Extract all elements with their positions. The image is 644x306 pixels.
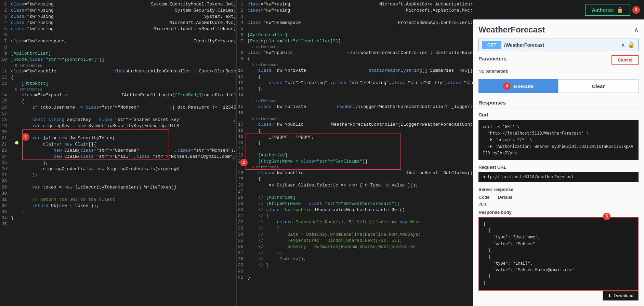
cancel-button[interactable]: Cancel (612, 55, 639, 65)
endpoint-row: GET /WeatherForecast ∧ 🔒 (478, 39, 639, 51)
line-code: _logger = logger; (248, 134, 473, 140)
line-code: // return Enumerable.Range(1, 5).Select(… (248, 219, 473, 225)
line-number: 36 (237, 244, 248, 250)
code-line: 8 class="kw">public class WeatherForecas… (237, 50, 473, 56)
execute-button[interactable]: 4 Execute (478, 79, 558, 93)
badge-3: 3 (632, 6, 640, 14)
code-line: 34 // Date = DateOnly.FromDateTime(DateT… (237, 232, 473, 238)
line-code: class="str">"Freezing" (248, 80, 330, 86)
authorize-button[interactable]: Authorize 🔓 (585, 4, 630, 16)
line-code: const string secretKey = class="str">"Sh… (11, 117, 234, 123)
badge-4: 4 (503, 82, 511, 90)
line-code: => Ok(User.Claims.Select(c => new { c.Ty… (248, 182, 473, 189)
line-code: // Date = DateOnly.FromDateTime(DateTime… (248, 232, 473, 238)
code-line: 35 // TemperatureC = Random.Shared.Next(… (237, 238, 473, 244)
responses-title: Responses (478, 100, 639, 108)
line-code: { (248, 128, 473, 134)
line-code: class="kw">private (248, 68, 369, 74)
line-code: [HttpGet(Name = class="str">"GetClaims")… (248, 158, 473, 165)
download-button[interactable]: ⬇ Download (603, 291, 639, 301)
line-code: { (248, 176, 473, 182)
code-line: 18 const string secretKey = class="str">… (0, 117, 236, 123)
chevron-up-icon[interactable]: ∧ (621, 42, 625, 48)
line-number: 17 (237, 122, 248, 128)
code-line: 3 (237, 14, 473, 20)
line-number: 26 (237, 182, 248, 189)
line-code: claims: new Claim[]{ (11, 141, 236, 148)
ref-label: 0 references (0, 87, 236, 92)
line-code: // class="kw">public IEnumerable<Weather… (248, 207, 473, 213)
line-number: 34 (0, 215, 11, 221)
line-number: 22 (237, 152, 248, 158)
code-line: 23 new Claim(class="str">"Username",clas… (0, 148, 236, 154)
line-code (248, 189, 473, 195)
code-line: 2 class="kw">using System.Security.Claim… (0, 8, 236, 14)
swagger-title: WeatherForecast (478, 25, 545, 34)
line-number: 18 (0, 117, 11, 123)
line-number: 41 (237, 275, 248, 281)
download-row: ⬇ Download (473, 298, 644, 306)
line-number: 28 (0, 178, 11, 184)
code-line: 11 class="kw">public class Authenticatio… (0, 68, 236, 74)
line-code: class="kw">using (248, 8, 406, 14)
line-code: class="kw">public (248, 122, 331, 128)
execute-clear-row: 4 Execute Clear (478, 79, 639, 93)
curl-label: Curl (478, 112, 639, 117)
collapse-icon[interactable]: ∧ (634, 26, 639, 33)
code-line: 41 } (237, 275, 473, 281)
warning-dot (15, 141, 18, 144)
swagger-title-row: WeatherForecast ∧ (478, 25, 639, 34)
line-number: 27 (237, 189, 248, 195)
line-number: 32 (0, 203, 11, 209)
line-number: 22 (0, 141, 11, 148)
badge-2: 2 (240, 159, 248, 166)
code-line: 34 } (0, 215, 236, 221)
code-line: 16 (237, 110, 473, 116)
line-code (11, 221, 236, 227)
line-code: { (248, 74, 473, 80)
clear-button[interactable]: Clear (558, 79, 639, 93)
line-number: 38 (237, 256, 248, 262)
code-line: 1 class="kw">using System.IdentityModel.… (0, 1, 236, 8)
line-number: 14 (237, 92, 248, 98)
right-code-content[interactable]: 1 class="kw">using Microsoft.AspNetCore.… (237, 0, 473, 306)
code-line: 30 // class="kw">public IEnumerable<Weat… (237, 207, 473, 213)
line-code: class="kw">using (248, 1, 379, 8)
line-number: 40 (237, 268, 248, 275)
line-number: 31 (0, 197, 11, 203)
code-line: 7 class="kw">namespace IdentityService; (0, 38, 236, 44)
code-line: 6 (0, 32, 236, 38)
line-number: 35 (0, 221, 11, 227)
code-line: 16 if (dto.Username != class="str">"Mohs… (0, 105, 236, 111)
line-code: // Summary = Summaries[Random.Shared.Nex… (248, 244, 473, 250)
code-line: 27 (237, 189, 473, 195)
line-code (248, 14, 473, 20)
line-code (11, 44, 236, 51)
code-line: 26 signingCredentials: new SigningCreden… (0, 166, 236, 172)
line-code: class="kw">using (11, 8, 175, 14)
code-line: 7 [Route(class="str">"[controller]")] (237, 38, 473, 44)
params-cancel-row: Parameters Cancel (478, 55, 639, 65)
line-number: 30 (0, 191, 11, 197)
line-number: 9 (0, 51, 11, 57)
line-code: [Route(class="str">"[controller]")] (11, 57, 236, 63)
left-code-content[interactable]: 1 class="kw">using System.IdentityModel.… (0, 0, 236, 306)
curl-box: curl -X 'GET' \ 'http://localhost:5110/W… (478, 120, 639, 160)
line-number: 13 (237, 86, 248, 92)
line-number: 29 (0, 184, 11, 191)
line-code: [Authorize] (248, 152, 473, 158)
line-number: 11 (0, 68, 11, 74)
code-line: 19 _logger = logger; (237, 134, 473, 140)
code-line: 29 // [HttpGet(Name = class="str">"GetWe… (237, 201, 473, 207)
line-code: var signingKey = new SymmetricSecurityKe… (11, 123, 236, 129)
code-line: 31 // Return the JWT to the client (0, 197, 236, 203)
code-line: 18 { (237, 128, 473, 134)
code-line: 40 (237, 268, 473, 275)
line-code: }, (11, 160, 236, 166)
code-line: 33 // { (237, 225, 473, 232)
line-code: } (11, 209, 236, 215)
details-header: Details (498, 195, 513, 200)
line-code: class="kw">private (248, 104, 337, 110)
swagger-body[interactable]: WeatherForecast ∧ GET /WeatherForecast ∧… (473, 19, 644, 298)
line-code: { (248, 56, 473, 62)
